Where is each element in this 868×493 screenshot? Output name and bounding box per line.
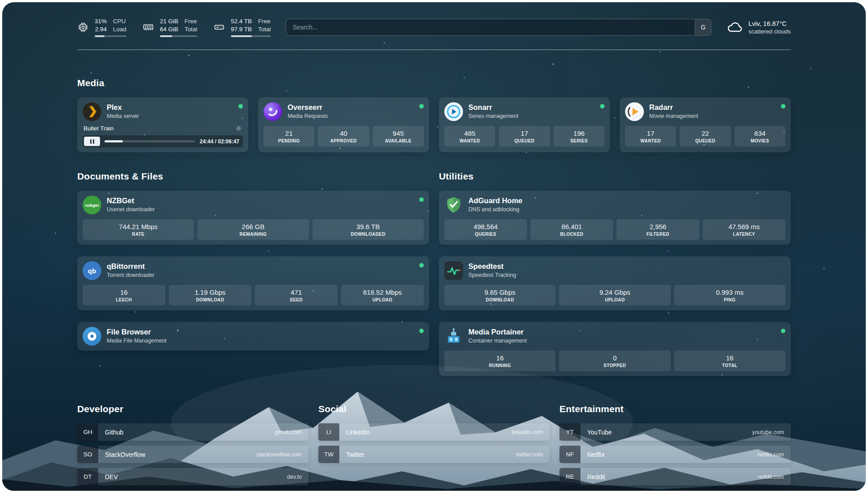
service-subtitle: Container management — [468, 338, 527, 344]
card-plex[interactable]: Plex Media server Bullet Train — [77, 97, 248, 152]
bookmark-abbr: NF — [559, 446, 580, 463]
stat-movies: 834MOVIES — [734, 126, 785, 146]
playback-time: 24:44 / 02:06:47 — [200, 138, 239, 145]
cpu-progress-bar — [95, 35, 126, 37]
status-dot — [600, 104, 605, 109]
search-bar: G — [286, 19, 711, 36]
now-playing-title: Bullet Train — [83, 125, 114, 132]
bookmark-url: reddit.com — [758, 474, 784, 480]
card-sonarr[interactable]: Sonarr Series management 485WANTED 17QUE… — [439, 97, 610, 152]
top-bar: 31% CPU 2.94 Load 21 — [77, 17, 791, 37]
service-name: AdGuard Home — [468, 196, 522, 205]
playback-bar: 24:44 / 02:06:47 — [83, 135, 243, 147]
card-filebrowser[interactable]: File Browser Media File Management — [77, 322, 429, 351]
service-subtitle: Series management — [468, 113, 518, 119]
portainer-icon — [444, 327, 463, 346]
stat-queued: 17QUEUED — [499, 126, 550, 146]
service-subtitle: DNS and adblocking — [468, 206, 522, 213]
memory-progress-bar — [160, 35, 197, 37]
card-overseerr[interactable]: Overseerr Media Requests 21PENDING 40APP… — [258, 97, 429, 152]
cloud-icon — [726, 19, 743, 35]
bookmark-url: dev.to — [287, 474, 302, 480]
documents-section-title: Documents & Files — [77, 171, 429, 182]
pause-button[interactable] — [84, 137, 100, 146]
section-utilities: Utilities AdGuard Home — [439, 171, 791, 376]
service-name: qBittorrent — [107, 262, 154, 271]
stat-available: 945AVAILABLE — [373, 126, 424, 146]
service-subtitle: Torrent downloader — [107, 272, 154, 278]
service-subtitle: Media server — [107, 113, 139, 119]
search-input[interactable] — [286, 19, 695, 35]
card-qbittorrent[interactable]: qb qBittorrent Torrent downloader 16LEEC… — [77, 256, 429, 310]
bookmark-github[interactable]: GH Github github.com — [77, 423, 309, 441]
bookmark-url: stackoverflow.com — [256, 451, 302, 458]
service-name: Plex — [107, 103, 139, 112]
memory-free-value: 21 GiB — [160, 17, 178, 25]
card-portainer[interactable]: Media Portainer Container management 16R… — [439, 322, 791, 376]
memory-total-label: Total — [184, 25, 197, 33]
status-dot — [781, 104, 785, 109]
stat-pending: 21PENDING — [263, 126, 314, 146]
cpu-load-label: Load — [113, 25, 126, 33]
bookmark-abbr: GH — [77, 423, 98, 441]
bookmark-stackoverflow[interactable]: SO StackOverflow stackoverflow.com — [77, 446, 309, 463]
stat-ping: 0.993 msPING — [674, 285, 785, 305]
memory-icon — [142, 21, 154, 33]
radarr-icon — [625, 102, 644, 121]
cpu-load-value: 2.94 — [95, 25, 107, 33]
stat-upload: 9.24 GbpsUPLOAD — [559, 285, 670, 305]
bookmark-linkedin[interactable]: LI LinkedIn linkedin.com — [318, 423, 550, 441]
utilities-section-title: Utilities — [439, 171, 791, 182]
bookmark-netflix[interactable]: NF Netflix netflix.com — [559, 446, 791, 463]
adguard-icon — [444, 196, 463, 214]
status-dot — [781, 329, 785, 333]
disk-progress-bar — [231, 35, 271, 37]
card-speedtest[interactable]: Speedtest Speedtest Tracking 9.65 GbpsDO… — [439, 256, 791, 310]
stat-leech: 16LEECH — [83, 285, 165, 305]
search-provider-button[interactable]: G — [695, 19, 711, 35]
bookmark-reddit[interactable]: RE Reddit reddit.com — [559, 468, 791, 485]
service-subtitle: Media Requests — [288, 113, 328, 119]
bookmark-name: LinkedIn — [346, 429, 370, 436]
status-dot — [419, 104, 424, 109]
service-name: NZBGet — [107, 196, 155, 205]
bookmark-dev[interactable]: DT DEV dev.to — [77, 468, 309, 485]
service-name: Sonarr — [468, 103, 518, 112]
plex-icon — [83, 102, 101, 121]
bookmark-url: github.com — [275, 429, 302, 435]
service-name: Radarr — [649, 103, 698, 112]
status-dot — [419, 197, 424, 202]
bookmark-url: netflix.com — [757, 451, 784, 458]
card-nzbget[interactable]: nzbget NZBGet Usenet downloader 744.21 M… — [77, 191, 429, 245]
stat-rate: 744.21 MbpsRATE — [83, 219, 194, 240]
disk-free-value: 52.4 TB — [231, 17, 252, 25]
bookmark-name: Netflix — [587, 451, 605, 458]
speedtest-icon — [444, 261, 463, 280]
stat-queries: 498,564QUERIES — [444, 219, 527, 240]
cpu-widget: 31% CPU 2.94 Load — [77, 17, 126, 37]
service-name: Overseerr — [288, 103, 328, 112]
bookmark-abbr: LI — [318, 423, 339, 441]
disk-total-label: Total — [258, 25, 271, 33]
bookmark-abbr: YT — [559, 423, 580, 441]
bookmark-name: Github — [105, 429, 123, 436]
card-adguard[interactable]: AdGuard Home DNS and adblocking 498,564Q… — [439, 191, 791, 245]
playback-progress[interactable] — [104, 140, 195, 142]
bookmark-abbr: TW — [318, 446, 339, 463]
status-dot — [238, 104, 243, 109]
bookmark-name: Twitter — [346, 451, 364, 458]
dashboard-app: 31% CPU 2.94 Load 21 — [2, 2, 866, 491]
bookmark-youtube[interactable]: YT YouTube youtube.com — [559, 423, 791, 441]
gear-icon[interactable] — [235, 125, 242, 132]
card-radarr[interactable]: Radarr Movie management 17WANTED 22QUEUE… — [620, 97, 791, 152]
disk-free-label: Free — [258, 17, 271, 25]
service-name: Media Portainer — [468, 328, 527, 336]
status-dot — [419, 263, 424, 267]
bookmark-twitter[interactable]: TW Twitter twitter.com — [318, 446, 550, 463]
stat-approved: 40APPROVED — [318, 126, 369, 146]
qbittorrent-icon: qb — [83, 261, 101, 280]
section-media: Media Plex Media server — [77, 78, 791, 152]
service-subtitle: Movie management — [649, 113, 698, 119]
stat-download: 1.19 GbpsDOWNLOAD — [169, 285, 251, 305]
header-divider — [77, 50, 791, 50]
